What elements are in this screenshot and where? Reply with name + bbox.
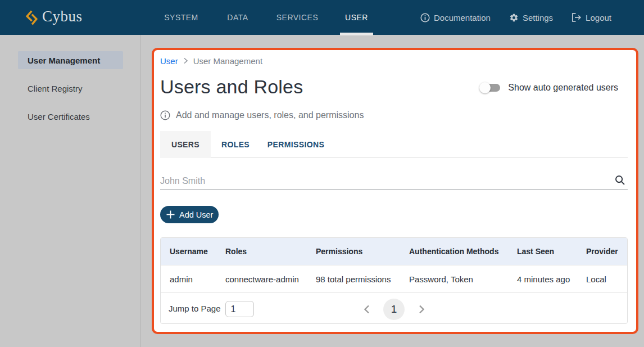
gear-icon xyxy=(509,13,519,22)
sidebar-item-client-registry[interactable]: Client Registry xyxy=(18,79,123,97)
cell-roles: connectware-admin xyxy=(225,265,314,292)
info-circle-icon xyxy=(420,13,430,22)
col-permissions: Permissions xyxy=(316,238,407,265)
info-circle-icon xyxy=(160,110,170,120)
col-last-seen: Last Seen xyxy=(517,238,584,265)
tab-roles[interactable]: ROLES xyxy=(211,131,260,158)
table-footer: Jump to Page 1 xyxy=(161,292,627,323)
add-user-button[interactable]: Add User xyxy=(160,206,219,223)
top-navbar: Cybus SYSTEM DATA SERVICES USER Document… xyxy=(0,0,644,35)
page-subtitle: Add and manage users, roles, and permiss… xyxy=(176,110,364,120)
page-title: Users and Roles xyxy=(160,75,303,98)
nav-tab-system[interactable]: SYSTEM xyxy=(157,0,205,35)
users-table: Username Roles Permissions Authenticatio… xyxy=(160,237,628,324)
prev-page-button[interactable] xyxy=(361,304,371,314)
table-row[interactable]: admin connectware-admin 98 total permiss… xyxy=(161,265,627,292)
cell-provider: Local xyxy=(586,265,625,292)
breadcrumb: User User Management xyxy=(160,55,262,66)
table-header-row: Username Roles Permissions Authenticatio… xyxy=(161,238,627,265)
active-tab-indicator xyxy=(340,33,373,35)
nav-tab-user[interactable]: USER xyxy=(340,0,373,35)
chevron-left-icon xyxy=(364,305,370,314)
content-card-highlighted: User User Management Users and Roles Sho… xyxy=(152,48,638,334)
settings-link[interactable]: Settings xyxy=(509,13,553,22)
chevron-right-icon xyxy=(419,305,425,314)
breadcrumb-chevron-icon xyxy=(183,57,188,64)
main-nav: SYSTEM DATA SERVICES USER xyxy=(157,0,373,35)
logout-link[interactable]: Logout xyxy=(572,13,611,22)
col-username: Username xyxy=(170,238,223,265)
jump-to-page-label: Jump to Page xyxy=(169,304,221,313)
tab-users[interactable]: USERS xyxy=(160,131,211,158)
breadcrumb-current: User Management xyxy=(193,56,262,66)
next-page-button[interactable] xyxy=(416,304,427,314)
show-auto-generated-users-switch[interactable] xyxy=(480,82,501,94)
logout-icon xyxy=(572,13,582,22)
breadcrumb-user-link[interactable]: User xyxy=(160,56,178,66)
cell-auth-methods: Password, Token xyxy=(409,265,515,292)
auto-generated-users-toggle-row: Show auto generated users xyxy=(480,82,618,94)
page-subtitle-row: Add and manage users, roles, and permiss… xyxy=(160,110,364,121)
content-tabs: USERS ROLES PERMISSIONS xyxy=(160,131,628,158)
search-icon[interactable] xyxy=(615,175,625,186)
brand-logo[interactable]: Cybus xyxy=(25,7,83,28)
cybus-logo-icon xyxy=(25,10,38,25)
col-provider: Provider xyxy=(586,238,625,265)
cell-permissions: 98 total permissions xyxy=(316,265,407,292)
col-auth-methods: Authentication Methods xyxy=(409,238,515,265)
nav-tab-services[interactable]: SERVICES xyxy=(271,0,324,35)
sidebar-item-user-certificates[interactable]: User Certificates xyxy=(18,107,123,125)
brand-name: Cybus xyxy=(42,9,83,26)
search-input[interactable] xyxy=(160,176,604,186)
cell-last-seen: 4 minutes ago xyxy=(517,265,584,292)
cell-username: admin xyxy=(170,265,223,292)
plus-icon xyxy=(166,210,175,219)
nav-utilities: Documentation Settings Logout xyxy=(420,0,611,35)
user-search-field xyxy=(160,169,628,190)
toggle-label: Show auto generated users xyxy=(508,83,618,93)
pagination: 1 xyxy=(361,299,427,320)
col-roles: Roles xyxy=(225,238,314,265)
page-1-button[interactable]: 1 xyxy=(383,299,405,320)
jump-to-page-input[interactable] xyxy=(225,301,254,317)
nav-tab-data[interactable]: DATA xyxy=(219,0,256,35)
sidebar-item-user-management[interactable]: User Management xyxy=(18,51,123,69)
tab-permissions[interactable]: PERMISSIONS xyxy=(260,131,332,158)
documentation-link[interactable]: Documentation xyxy=(420,13,491,22)
sidebar: User Management Client Registry User Cer… xyxy=(0,35,141,347)
switch-thumb xyxy=(474,76,496,99)
